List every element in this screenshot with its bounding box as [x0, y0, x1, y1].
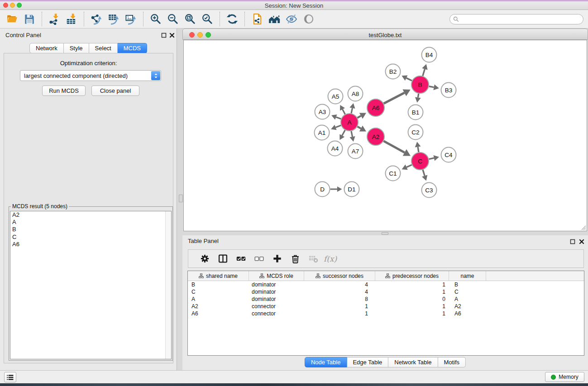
delete-icon[interactable] [286, 252, 304, 266]
hide-eye-icon[interactable] [283, 12, 300, 26]
graph-node-A1[interactable]: A1 [315, 125, 330, 140]
show-eye-icon[interactable] [300, 12, 317, 26]
graph-node-D[interactable]: D [315, 182, 330, 197]
column-view-icon[interactable] [214, 252, 232, 266]
graph-edge[interactable] [418, 147, 419, 152]
table-row[interactable]: A6connector11A6 [188, 310, 584, 317]
graph-node-A7[interactable]: A7 [348, 144, 363, 159]
result-list-item[interactable]: A2 [10, 211, 165, 219]
zoom-out-icon[interactable] [164, 12, 182, 26]
graph-node-D1[interactable]: D1 [344, 182, 359, 197]
close-panel-button[interactable]: Close panel [91, 86, 139, 96]
float-panel-icon[interactable] [161, 33, 167, 38]
deselect-all-icon[interactable] [250, 252, 268, 266]
table-cell[interactable]: 1 [375, 289, 449, 295]
export-image-icon[interactable] [122, 12, 139, 26]
run-mcds-button[interactable]: Run MCDS [42, 86, 86, 96]
resize-grip-icon[interactable] [581, 225, 586, 230]
graph-edge[interactable] [336, 117, 341, 119]
select-all-icon[interactable] [232, 252, 250, 266]
table-cell[interactable]: 1 [304, 310, 375, 317]
graph-node-C[interactable]: C [411, 152, 429, 170]
open-session-icon[interactable] [4, 12, 21, 26]
graph-node-B[interactable]: B [411, 76, 429, 93]
graph-edge[interactable] [423, 69, 425, 76]
table-cell[interactable]: 0 [375, 296, 449, 302]
table-cell[interactable]: C [449, 289, 486, 295]
table-cell[interactable]: A6 [188, 310, 249, 317]
table-cell[interactable]: dominator [249, 281, 304, 288]
table-tab-network-table[interactable]: Network Table [388, 357, 438, 367]
graph-edge[interactable] [335, 125, 341, 127]
graph-edge[interactable] [358, 127, 361, 129]
graph-edge[interactable] [351, 108, 352, 114]
tab-mcds[interactable]: MCDS [118, 43, 147, 53]
table-tab-node-table[interactable]: Node Table [305, 357, 347, 367]
graph-edge[interactable] [429, 158, 434, 159]
tab-select[interactable]: Select [89, 43, 118, 53]
import-network-icon[interactable] [46, 12, 63, 26]
graph-edge[interactable] [406, 165, 412, 167]
graph-node-C1[interactable]: C1 [386, 166, 401, 181]
graph-edge[interactable] [418, 94, 418, 98]
table-row[interactable]: Cdominator41C [188, 288, 584, 295]
graph-edge[interactable] [384, 141, 405, 153]
table-cell[interactable]: B [449, 281, 486, 288]
table-cell[interactable]: 4 [304, 281, 375, 288]
graph-node-C2[interactable]: C2 [408, 125, 423, 140]
tab-style[interactable]: Style [64, 43, 89, 53]
table-cell[interactable]: A6 [449, 310, 486, 317]
graph-node-B3[interactable]: B3 [441, 83, 456, 98]
column-header-predecessor-nodes[interactable]: predecessor nodes [375, 271, 449, 281]
column-header-successor-nodes[interactable]: successor nodes [304, 271, 375, 281]
graph-node-B1[interactable]: B1 [408, 105, 423, 120]
graph-node-B2[interactable]: B2 [386, 64, 401, 79]
result-list-item[interactable]: A [10, 219, 165, 226]
splitter-grip-horizontal[interactable] [382, 232, 388, 235]
save-session-icon[interactable] [21, 12, 38, 26]
table-cell[interactable]: 1 [375, 303, 449, 310]
result-list-scrollbar[interactable] [165, 211, 171, 359]
graph-node-B4[interactable]: B4 [422, 48, 437, 62]
graph-edge[interactable] [423, 170, 425, 176]
float-table-panel-icon[interactable] [570, 239, 575, 244]
result-list-item[interactable]: C [10, 234, 165, 241]
graph-edge[interactable] [406, 78, 412, 81]
refresh-layout-icon[interactable] [224, 12, 241, 26]
graph-node-A3[interactable]: A3 [315, 105, 330, 119]
table-tab-edge-table[interactable]: Edge Table [347, 357, 388, 367]
result-list-item[interactable]: B [10, 226, 165, 233]
zoom-fit-icon[interactable] [182, 12, 199, 26]
table-cell[interactable]: A2 [449, 303, 486, 310]
column-header-MCDS-role[interactable]: MCDS role [249, 271, 304, 281]
table-cell[interactable]: A2 [188, 303, 249, 310]
table-cell[interactable]: A [188, 296, 249, 302]
table-row[interactable]: Adominator80A [188, 295, 584, 303]
table-cell[interactable]: 1 [304, 303, 375, 310]
table-row[interactable]: A2connector11A2 [188, 303, 584, 310]
settings-gear-icon[interactable] [196, 252, 214, 266]
network-window-titlebar[interactable]: testGlobe.txt [182, 29, 588, 40]
graph-node-C4[interactable]: C4 [441, 148, 456, 162]
column-header-shared-name[interactable]: shared name [188, 271, 249, 281]
table-cell[interactable]: connector [249, 310, 304, 317]
graph-node-A4[interactable]: A4 [328, 141, 343, 156]
table-cell[interactable]: 1 [375, 281, 449, 288]
table-cell[interactable]: B [188, 281, 249, 288]
task-history-button[interactable] [4, 372, 16, 382]
add-icon[interactable] [268, 252, 286, 266]
tab-network[interactable]: Network [29, 43, 64, 53]
memory-button[interactable]: Memory [545, 372, 584, 382]
import-table-icon[interactable] [63, 12, 80, 26]
table-tab-motifs[interactable]: Motifs [438, 357, 466, 367]
network-document-icon[interactable] [249, 12, 266, 26]
home-icon[interactable] [266, 12, 283, 26]
table-cell[interactable]: dominator [249, 289, 304, 295]
search-input[interactable] [459, 15, 583, 24]
column-header-name[interactable]: name [449, 271, 486, 281]
search-box[interactable] [449, 14, 583, 24]
graph-node-A5[interactable]: A5 [328, 89, 343, 104]
table-cell[interactable]: C [188, 289, 249, 295]
graph-edge[interactable] [358, 116, 361, 118]
graph-node-A8[interactable]: A8 [348, 86, 363, 101]
